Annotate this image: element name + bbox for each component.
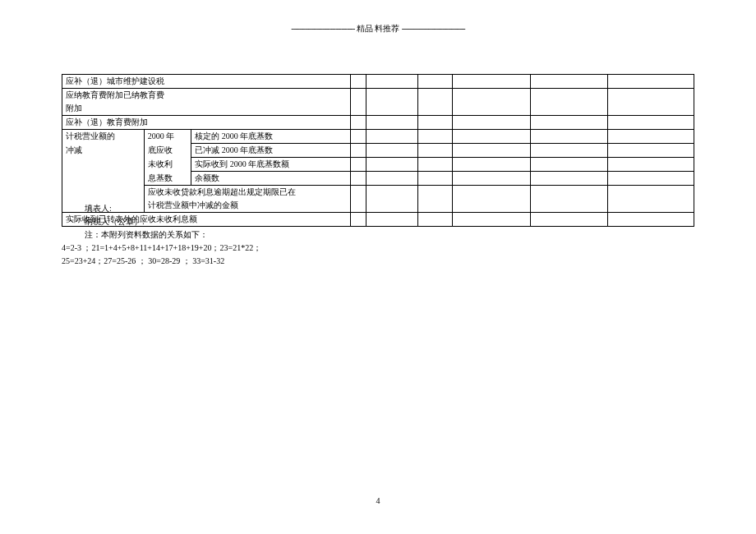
cell-empty <box>608 75 694 89</box>
cell-label: 计税营业额的 <box>62 130 145 144</box>
cell-empty <box>608 130 694 144</box>
cell-empty <box>62 158 145 172</box>
cell-label: 冲减 <box>62 144 145 158</box>
cell-empty <box>418 158 453 172</box>
cell-empty <box>453 130 530 144</box>
cell-empty <box>608 116 694 130</box>
cell-empty <box>62 186 145 200</box>
footer-line: 填表人: <box>62 202 694 215</box>
footer-line: 25=23+24；27=25-26 ； 30=28-29 ； 33=31-32 <box>62 255 694 268</box>
cell-empty <box>418 144 453 158</box>
cell-empty <box>351 89 366 116</box>
page-header: --------------------------------- 精品 料推荐… <box>0 0 756 35</box>
cell-empty <box>418 172 453 186</box>
cell-empty <box>62 172 145 186</box>
cell-label: 附加 <box>62 102 351 116</box>
cell-empty <box>453 75 530 89</box>
table-row: 应补（退）城市维护建设税 <box>62 75 694 89</box>
page-number: 4 <box>0 496 756 505</box>
cell-empty <box>351 75 366 89</box>
cell-empty <box>530 130 607 144</box>
cell-empty <box>453 89 530 116</box>
table-row: 应纳教育费附加已纳教育费 <box>62 89 694 103</box>
cell-empty <box>418 89 453 116</box>
cell-label: 底应收 <box>144 144 191 158</box>
cell-empty <box>366 158 418 172</box>
cell-label: 应补（退）城市维护建设税 <box>62 75 351 89</box>
cell-empty <box>453 144 530 158</box>
cell-empty <box>530 89 607 116</box>
cell-empty <box>530 158 607 172</box>
cell-label: 2000 年 <box>144 130 191 144</box>
cell-empty <box>366 116 418 130</box>
cell-label: 余额数 <box>191 172 351 186</box>
footer-notes: 填表人: 纳税人（公章）: 注：本附列资料数据的关系如下： 4=2-3 ；21=… <box>62 202 694 268</box>
cell-empty <box>351 144 366 158</box>
header-title: 精品 料推荐 <box>357 24 400 33</box>
cell-empty <box>453 172 530 186</box>
table-row: 冲减 底应收 已冲减 2000 年底基数 <box>62 144 694 158</box>
cell-label: 应纳教育费附加已纳教育费 <box>62 89 351 103</box>
cell-empty <box>366 144 418 158</box>
footer-line: 注：本附列资料数据的关系如下： <box>62 228 694 242</box>
dash-right: --------------------------------- <box>402 24 465 33</box>
cell-empty <box>351 116 366 130</box>
cell-empty <box>608 158 694 172</box>
cell-empty <box>608 144 694 158</box>
cell-empty <box>351 158 366 172</box>
table-row: 计税营业额的 2000 年 核定的 2000 年底基数 <box>62 130 694 144</box>
cell-label: 息基数 <box>144 172 191 186</box>
cell-empty <box>351 130 366 144</box>
cell-empty <box>418 130 453 144</box>
cell-empty <box>530 116 607 130</box>
cell-empty <box>453 116 530 130</box>
cell-label: 应收未收贷款利息逾期超出规定期限已在 <box>144 186 351 200</box>
table-row: 应补（退）教育费附加 <box>62 116 694 130</box>
cell-empty <box>366 75 418 89</box>
cell-empty <box>608 89 694 116</box>
cell-empty <box>351 172 366 186</box>
cell-label: 实际收到 2000 年底基数额 <box>191 158 351 172</box>
footer-line: 纳税人（公章）: <box>62 215 694 228</box>
cell-empty <box>366 130 418 144</box>
cell-label: 未收利 <box>144 158 191 172</box>
cell-empty <box>366 172 418 186</box>
cell-empty <box>418 116 453 130</box>
cell-empty <box>530 172 607 186</box>
cell-empty <box>608 172 694 186</box>
cell-empty <box>453 158 530 172</box>
table-row: 未收利 实际收到 2000 年底基数额 <box>62 158 694 172</box>
cell-label: 核定的 2000 年底基数 <box>191 130 351 144</box>
cell-label: 已冲减 2000 年底基数 <box>191 144 351 158</box>
cell-empty <box>530 144 607 158</box>
footer-line: 4=2-3 ；21=1+4+5+8+11+14+17+18+19+20；23=2… <box>62 242 694 255</box>
table-row: 应收未收贷款利息逾期超出规定期限已在 <box>62 186 694 200</box>
cell-empty <box>418 75 453 89</box>
cell-empty <box>366 89 418 116</box>
dash-left: --------------------------------- <box>291 24 354 33</box>
cell-empty <box>530 75 607 89</box>
table-row: 息基数 余额数 <box>62 172 694 186</box>
cell-label: 应补（退）教育费附加 <box>62 116 351 130</box>
